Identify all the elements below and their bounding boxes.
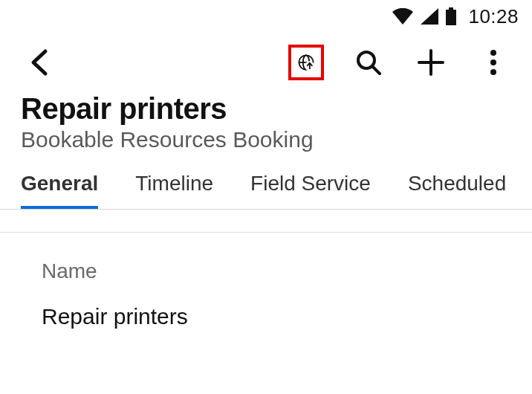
field-name-label: Name: [42, 259, 490, 283]
svg-rect-0: [449, 7, 453, 10]
chevron-left-icon: [29, 48, 48, 77]
search-icon: [354, 48, 383, 77]
status-bar: 10:28: [0, 0, 532, 33]
more-vertical-icon: [490, 49, 497, 76]
plus-icon: [418, 49, 444, 76]
form-area: Name Repair printers: [0, 210, 532, 329]
svg-point-11: [490, 50, 496, 56]
battery-icon: [446, 7, 456, 25]
tab-scheduled[interactable]: Scheduled: [408, 172, 506, 209]
svg-line-8: [372, 66, 380, 74]
tab-bar: General Timeline Field Service Scheduled: [0, 161, 532, 210]
field-name-value: Repair printers: [42, 304, 490, 329]
upload-online-button[interactable]: [288, 45, 324, 80]
cellular-icon: [421, 8, 438, 25]
search-button[interactable]: [351, 45, 386, 80]
tab-general[interactable]: General: [21, 172, 98, 209]
tab-timeline[interactable]: Timeline: [135, 172, 213, 209]
globe-upload-icon: [297, 48, 315, 77]
wifi-icon: [392, 8, 413, 25]
svg-rect-1: [446, 10, 456, 25]
app-bar: [0, 33, 532, 92]
back-button[interactable]: [21, 45, 56, 80]
page-subtitle: Bookable Resources Booking: [21, 127, 511, 152]
add-button[interactable]: [413, 45, 449, 80]
overflow-menu-button[interactable]: [476, 45, 511, 80]
svg-point-13: [490, 69, 496, 75]
status-time: 10:28: [468, 5, 519, 28]
page-header: Repair printers Bookable Resources Booki…: [0, 92, 532, 161]
tab-field-service[interactable]: Field Service: [250, 172, 371, 209]
field-name[interactable]: Name Repair printers: [0, 233, 532, 329]
svg-point-12: [490, 59, 496, 65]
page-title: Repair printers: [21, 92, 511, 126]
